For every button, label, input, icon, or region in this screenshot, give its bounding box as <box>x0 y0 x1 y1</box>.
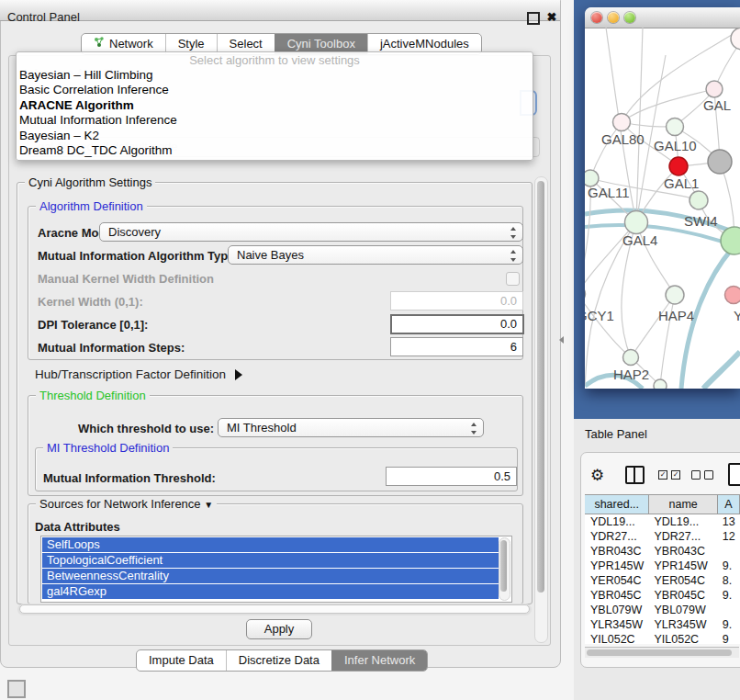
network-node-label: GAL80 <box>601 131 645 147</box>
table-row[interactable]: YBL079WYBL079W <box>585 603 740 617</box>
network-edge[interactable] <box>631 295 675 357</box>
table-hscrollbar[interactable] <box>585 647 739 658</box>
algorithm-dropdown: Select algorithm to view settings Bayesi… <box>16 51 533 161</box>
network-node-label: HAP4 <box>658 308 694 323</box>
table-row[interactable]: YDR27...YDR27...12 <box>585 529 740 544</box>
attribute-item-selected[interactable]: TopologicalCoefficient <box>42 553 499 568</box>
table-header-row: shared... name A <box>585 494 740 514</box>
algorithm-option[interactable]: Bayesian – Hill Climbing <box>19 68 530 83</box>
zoom-traffic-light-icon[interactable] <box>624 12 635 23</box>
network-node-label: Y <box>734 308 740 323</box>
document-icon[interactable] <box>728 463 740 486</box>
gear-icon[interactable]: ⚙ <box>590 466 604 485</box>
network-node-label: HAP2 <box>613 367 649 382</box>
close-traffic-light-icon[interactable] <box>591 12 602 23</box>
attribute-item-selected[interactable]: SelfLoops <box>42 537 499 552</box>
table-row[interactable]: YIL052CYIL052C9 <box>585 632 740 644</box>
hub-section-toggle[interactable]: Hub/Transcription Factor Definition <box>35 367 242 381</box>
mi-steps-label: Mutual Information Steps: <box>38 341 185 355</box>
algorithm-option[interactable]: Bayesian – K2 <box>19 129 530 143</box>
table-row[interactable]: YPR145WYPR145W9. <box>585 559 740 573</box>
deselect-all-icon[interactable] <box>691 470 713 480</box>
stepper-icon <box>510 250 517 262</box>
network-node[interactable] <box>585 287 586 302</box>
mi-steps-input[interactable]: 6 <box>390 337 523 356</box>
manual-kernel-width-checkbox[interactable] <box>506 272 520 286</box>
network-node-label: GAL4 <box>622 232 657 248</box>
algorithm-option[interactable]: Mutual Information Inference <box>19 113 530 128</box>
column-header[interactable]: A <box>718 495 740 514</box>
algorithm-option[interactable]: Dream8 DC_TDC Algorithm <box>19 143 530 158</box>
settings-hscrollbar[interactable] <box>17 604 532 615</box>
table-body: YDL19...YDL19...13 YDR27...YDR27...12 YB… <box>585 514 740 644</box>
column-header[interactable]: name <box>649 495 717 514</box>
network-edge[interactable] <box>703 352 740 389</box>
network-edge[interactable] <box>622 89 714 122</box>
algorithm-option[interactable]: Basic Correlation Inference <box>19 83 530 97</box>
attribute-item-selected[interactable]: gal4RGexp <box>42 584 499 599</box>
network-node[interactable] <box>731 28 740 50</box>
network-node[interactable] <box>706 81 723 97</box>
control-panel-title: Control Panel <box>7 7 80 28</box>
table-row[interactable]: YBR043CYBR043C <box>585 544 740 559</box>
network-window-titlebar[interactable] <box>585 7 740 28</box>
network-node-label: GAL10 <box>654 138 697 153</box>
mi-algorithm-type-label: Mutual Information Algorithm Type: <box>38 249 239 263</box>
network-graph[interactable]: GALGAL80GAL10GAL1GAL11SWI4GAL4GCY1HAP4YH… <box>585 28 740 389</box>
attribute-item-selected[interactable]: BetweennessCentrality <box>42 569 499 583</box>
mi-threshold-input[interactable]: 0.5 <box>386 467 517 486</box>
divider-collapse-icon[interactable] <box>559 336 564 344</box>
column-header[interactable]: shared... <box>585 495 649 514</box>
minimize-traffic-light-icon[interactable] <box>608 12 619 23</box>
bottom-tabbar: Impute Data Discretize Data Infer Networ… <box>136 649 428 672</box>
chevron-right-icon <box>235 369 242 380</box>
aracne-mode-select[interactable]: Discovery <box>99 222 523 242</box>
split-columns-icon[interactable] <box>625 466 645 484</box>
which-threshold-select[interactable]: MI Threshold <box>218 418 484 437</box>
tab-infer-network[interactable]: Infer Network <box>331 650 427 671</box>
network-node[interactable] <box>721 227 740 254</box>
table-row[interactable]: YDL19...YDL19...13 <box>585 514 740 529</box>
network-node[interactable] <box>669 157 688 175</box>
algorithm-option-selected[interactable]: ARACNE Algorithm <box>19 98 530 113</box>
settings-vscrollbar[interactable] <box>534 176 548 643</box>
dpi-tolerance-label: DPI Tolerance [0,1]: <box>38 318 148 332</box>
manual-kernel-width-label: Manual Kernel Width Definition <box>38 272 214 286</box>
network-node[interactable] <box>654 379 667 389</box>
network-node[interactable] <box>708 150 732 174</box>
network-view-window[interactable]: GALGAL80GAL10GAL1GAL11SWI4GAL4GCY1HAP4YH… <box>585 7 740 389</box>
network-node[interactable] <box>667 119 684 136</box>
kernel-width-input[interactable]: 0.0 <box>390 291 523 310</box>
control-panel-titlebar[interactable] <box>0 0 560 21</box>
float-window-icon[interactable] <box>527 12 540 25</box>
dpi-tolerance-input[interactable]: 0.0 <box>390 314 524 334</box>
mi-threshold-definition-title: MI Threshold Definition <box>43 441 173 455</box>
apply-button[interactable]: Apply <box>246 619 312 639</box>
network-node[interactable] <box>625 211 648 234</box>
table-row[interactable]: YER054CYER054C8. <box>585 573 740 588</box>
network-node[interactable] <box>666 286 684 304</box>
panel-grip-icon[interactable] <box>7 680 26 698</box>
network-node-label: SWI4 <box>684 213 718 229</box>
select-all-icon[interactable]: ✓ ✓ <box>658 470 680 480</box>
tab-discretize-data[interactable]: Discretize Data <box>226 650 331 671</box>
close-icon[interactable]: ✖ <box>544 7 559 28</box>
network-node-label: GAL11 <box>588 185 630 200</box>
table-row[interactable]: YLR345WYLR345W9. <box>585 617 740 632</box>
network-node[interactable] <box>690 191 708 209</box>
network-node[interactable] <box>613 114 631 131</box>
algorithm-definition-title: Algorithm Definition <box>36 199 147 213</box>
tab-impute-data[interactable]: Impute Data <box>137 650 226 671</box>
table-row[interactable]: YBR045CYBR045C9. <box>585 588 740 603</box>
network-node[interactable] <box>725 287 740 304</box>
algorithm-dropdown-list: Bayesian – Hill Climbing Basic Correlati… <box>19 68 530 158</box>
sources-title[interactable]: Sources for Network Inference ▼ <box>36 497 217 511</box>
mi-threshold-label: Mutual Information Threshold: <box>43 471 216 485</box>
attributes-scrollbar[interactable] <box>499 537 510 601</box>
kernel-width-label: Kernel Width (0,1): <box>38 295 143 309</box>
mi-algorithm-type-select[interactable]: Naive Bayes <box>228 245 523 265</box>
network-node[interactable] <box>623 350 639 366</box>
network-node-label: GAL <box>703 97 731 113</box>
data-attributes-label: Data Attributes <box>35 520 120 534</box>
algorithm-dropdown-prompt: Select algorithm to view settings <box>17 53 533 67</box>
